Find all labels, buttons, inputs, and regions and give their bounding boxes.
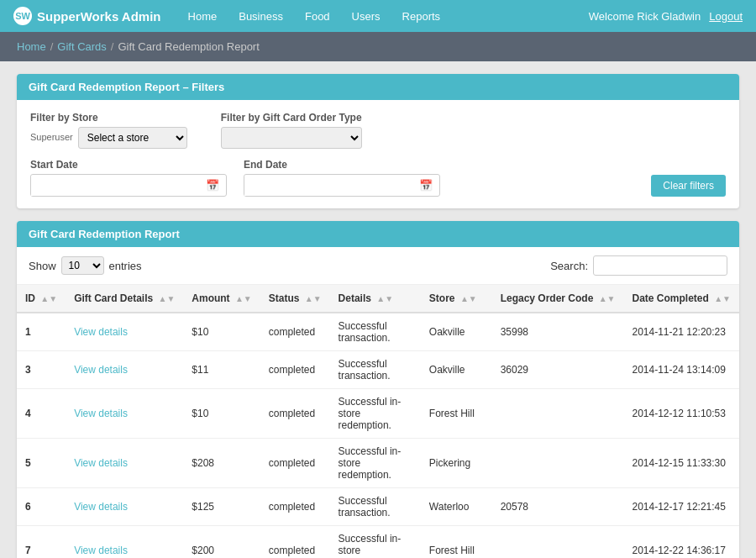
view-details-link[interactable]: View details — [74, 408, 128, 419]
start-date-wrapper: 📅 — [30, 174, 227, 197]
row-details: Successful transaction. — [330, 351, 421, 389]
row-gift-card[interactable]: View details — [66, 313, 183, 351]
row-details: Successful in-store redemption. — [330, 389, 421, 439]
sort-icon: ▲▼ — [235, 294, 252, 303]
table-row: 3 View details $11 completed Successful … — [17, 351, 739, 389]
view-details-link[interactable]: View details — [74, 326, 128, 338]
date-filters: Start Date 📅 End Date 📅 — [30, 159, 651, 197]
clear-filters-button[interactable]: Clear filters — [651, 175, 726, 197]
row-legacy-order: 36029 — [492, 351, 624, 389]
row-amount: $11 — [183, 351, 260, 389]
search-input[interactable] — [593, 255, 727, 276]
view-details-link[interactable]: View details — [74, 457, 128, 469]
row-details: Successful transaction. — [330, 488, 421, 526]
report-header: Gift Card Redemption Report — [17, 221, 739, 247]
filter-row-1: Filter by Store Superuser Select a store… — [30, 112, 726, 149]
table-row: 6 View details $125 completed Successful… — [17, 488, 739, 526]
nav-right: Welcome Rick Gladwin Logout — [589, 10, 743, 23]
breadcrumb-sep1: / — [50, 40, 54, 53]
filter-header: Gift Card Redemption Report – Filters — [17, 74, 739, 100]
logout-link[interactable]: Logout — [709, 10, 743, 23]
row-gift-card[interactable]: View details — [66, 439, 183, 488]
report-section: Gift Card Redemption Report Show 1025501… — [17, 221, 739, 558]
col-header-id[interactable]: ID ▲▼ — [17, 285, 66, 313]
row-amount: $125 — [183, 488, 260, 526]
col-header-details: Details ▲▼ — [330, 285, 421, 313]
order-type-label: Filter by Gift Card Order Type — [221, 112, 362, 124]
end-date-wrapper: 📅 — [244, 174, 440, 197]
filter-body: Filter by Store Superuser Select a store… — [17, 100, 739, 208]
table-row: 4 View details $10 completed Successful … — [17, 389, 739, 439]
row-id: 5 — [17, 439, 66, 488]
row-gift-card[interactable]: View details — [66, 488, 183, 526]
row-store: Pickering — [421, 439, 492, 488]
nav-link-users[interactable]: Users — [342, 3, 391, 29]
row-date: 2014-12-15 11:33:30 — [624, 439, 740, 488]
brand-text: SupperWorks Admin — [37, 9, 161, 24]
sort-icon: ▲▼ — [376, 294, 393, 303]
nav-link-business[interactable]: Business — [228, 3, 293, 29]
report-controls: Show 102550100 entries Search: — [17, 247, 739, 285]
row-details: Successful in-store redemption. — [330, 526, 421, 559]
row-date: 2014-12-12 11:10:53 — [624, 389, 740, 439]
row-id: 7 — [17, 526, 66, 559]
end-date-calendar-icon[interactable]: 📅 — [412, 175, 439, 196]
row-status: completed — [260, 488, 330, 526]
col-header-gift-card-details[interactable]: Gift Card Details ▲▼ — [66, 285, 183, 313]
filter-bottom-row: Start Date 📅 End Date 📅 Cl — [30, 159, 726, 197]
end-date-input[interactable] — [244, 176, 412, 196]
breadcrumb-gift-cards[interactable]: Gift Cards — [57, 40, 107, 53]
row-store: Oakville — [421, 351, 492, 389]
row-legacy-order — [492, 526, 624, 559]
nav-link-reports[interactable]: Reports — [392, 3, 451, 29]
col-header-status: Status ▲▼ — [260, 285, 330, 313]
start-date-input[interactable] — [31, 176, 199, 196]
row-date: 2014-11-24 13:14:09 — [624, 351, 740, 389]
show-label: Show — [29, 260, 56, 272]
store-filter-label: Filter by Store — [30, 112, 187, 124]
view-details-link[interactable]: View details — [74, 545, 128, 556]
breadcrumb: Home / Gift Cards / Gift Card Redemption… — [0, 32, 756, 61]
start-date-group: Start Date 📅 — [30, 159, 227, 197]
row-legacy-order — [492, 439, 624, 488]
row-store: Waterloo — [421, 488, 492, 526]
row-date: 2014-12-22 14:36:17 — [624, 526, 740, 559]
store-select[interactable]: Select a store — [78, 127, 187, 149]
brand-icon: SW — [13, 7, 32, 25]
row-amount: $208 — [183, 439, 260, 488]
row-details: Successful transaction. — [330, 313, 421, 351]
start-date-label: Start Date — [30, 159, 227, 171]
sort-icon: ▲▼ — [460, 294, 477, 303]
row-gift-card[interactable]: View details — [66, 351, 183, 389]
nav-link-food[interactable]: Food — [295, 3, 340, 29]
row-legacy-order: 35998 — [492, 313, 624, 351]
row-date: 2014-11-21 12:20:23 — [624, 313, 740, 351]
sort-icon: ▲▼ — [40, 294, 57, 303]
table-header-row: ID ▲▼Gift Card Details ▲▼Amount ▲▼Status… — [17, 285, 739, 313]
brand: SW SupperWorks Admin — [13, 7, 161, 25]
row-amount: $200 — [183, 526, 260, 559]
breadcrumb-sep2: / — [111, 40, 114, 53]
breadcrumb-current: Gift Card Redemption Report — [118, 40, 259, 53]
order-type-filter-group: Filter by Gift Card Order Type — [221, 112, 362, 149]
view-details-link[interactable]: View details — [74, 501, 128, 513]
view-details-link[interactable]: View details — [74, 364, 128, 376]
filter-section: Gift Card Redemption Report – Filters Fi… — [17, 74, 739, 208]
entries-label: entries — [109, 260, 142, 272]
row-gift-card[interactable]: View details — [66, 389, 183, 439]
row-gift-card[interactable]: View details — [66, 526, 183, 559]
start-date-calendar-icon[interactable]: 📅 — [199, 175, 226, 196]
navbar: SW SupperWorks Admin HomeBusinessFoodUse… — [0, 0, 756, 32]
nav-link-home[interactable]: Home — [178, 3, 228, 29]
sort-icon: ▲▼ — [305, 294, 322, 303]
row-status: completed — [260, 351, 330, 389]
row-id: 6 — [17, 488, 66, 526]
row-id: 1 — [17, 313, 66, 351]
breadcrumb-home[interactable]: Home — [17, 40, 46, 53]
order-type-select[interactable] — [221, 127, 362, 149]
row-amount: $10 — [183, 313, 260, 351]
sort-icon: ▲▼ — [599, 294, 616, 303]
sort-icon: ▲▼ — [714, 294, 731, 303]
report-table: ID ▲▼Gift Card Details ▲▼Amount ▲▼Status… — [17, 285, 739, 558]
entries-select[interactable]: 102550100 — [61, 256, 104, 275]
